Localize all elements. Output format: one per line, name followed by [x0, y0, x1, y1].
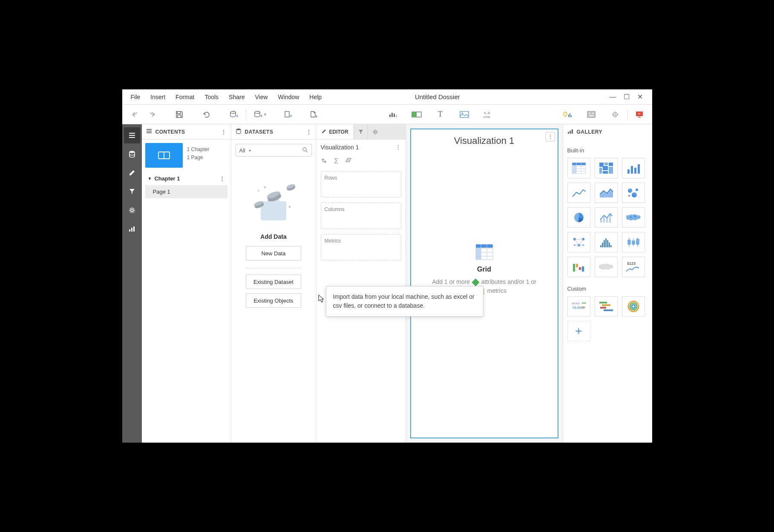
datasets-filter-dropdown[interactable]: All ▾: [236, 144, 312, 157]
svg-rect-12: [412, 112, 417, 117]
redo-button[interactable]: [144, 107, 160, 122]
add-data-button[interactable]: +: [226, 107, 242, 122]
svg-text:+: +: [290, 114, 292, 118]
undo-button[interactable]: [127, 107, 143, 122]
gallery-boxplot-viz[interactable]: [622, 232, 645, 252]
svg-line-107: [575, 239, 579, 245]
svg-rect-88: [638, 164, 640, 174]
swap-icon[interactable]: [321, 157, 328, 166]
svg-rect-114: [605, 238, 607, 247]
insights-button[interactable]: [560, 107, 575, 122]
gallery-add-custom-button[interactable]: +: [567, 321, 590, 341]
save-button[interactable]: [172, 107, 187, 122]
visualization-container[interactable]: ⋮ Visualization 1 Grid Add: [410, 129, 558, 438]
svg-point-54: [374, 131, 376, 133]
svg-rect-113: [604, 240, 605, 247]
contents-more-button[interactable]: ⋮: [221, 129, 227, 135]
minimize-button[interactable]: —: [608, 92, 618, 102]
collapse-panels-button[interactable]: [607, 107, 623, 122]
gallery-wordcloud-viz[interactable]: WORDCLOUD: [567, 296, 590, 317]
gallery-geomap-viz[interactable]: [622, 207, 645, 228]
gallery-esri-viz[interactable]: [595, 257, 618, 277]
rows-dropzone[interactable]: Rows: [321, 171, 401, 197]
menu-share[interactable]: Share: [224, 91, 250, 103]
nav-editor-button[interactable]: [124, 165, 140, 181]
viz-menu-button[interactable]: ⋮: [546, 132, 555, 141]
maximize-button[interactable]: ☐: [622, 92, 632, 102]
svg-rect-81: [599, 168, 602, 174]
svg-rect-9: [394, 114, 395, 117]
svg-rect-7: [389, 114, 391, 117]
presentation-button[interactable]: [632, 107, 647, 122]
gallery-waterfall-viz[interactable]: [567, 257, 590, 277]
insert-chart-button[interactable]: +: [385, 107, 400, 122]
gallery-pie-viz[interactable]: [567, 207, 590, 228]
existing-dataset-button[interactable]: Existing Dataset: [246, 275, 301, 289]
insert-image-button[interactable]: [457, 107, 472, 122]
svg-text:+: +: [315, 114, 317, 118]
svg-point-14: [461, 112, 463, 114]
insert-html-button[interactable]: < >HTML: [481, 107, 496, 122]
gallery-header-label: GALLERY: [577, 129, 602, 135]
nav-settings-button[interactable]: [124, 202, 140, 218]
gallery-gantt-viz[interactable]: [595, 296, 618, 317]
chapter-more-button[interactable]: ⋮: [219, 175, 225, 182]
search-icon[interactable]: [302, 147, 308, 154]
existing-objects-button[interactable]: Existing Objects: [246, 293, 301, 308]
gallery-area-viz[interactable]: [595, 183, 618, 203]
svg-rect-135: [600, 307, 606, 309]
gallery-combo-viz[interactable]: [595, 207, 618, 228]
insert-panel-button[interactable]: [409, 107, 424, 122]
gallery-bar-viz[interactable]: [622, 158, 645, 178]
database-icon: [236, 128, 242, 135]
gallery-histogram-viz[interactable]: [595, 232, 618, 252]
insert-text-button[interactable]: T: [433, 107, 448, 122]
gallery-bubble-viz[interactable]: [622, 183, 645, 203]
datasets-panel: DATASETS ⋮ All ▾: [231, 124, 317, 443]
refresh-button[interactable]: [199, 107, 214, 122]
close-button[interactable]: ✕: [635, 92, 645, 102]
editor-tab-format[interactable]: [368, 124, 383, 139]
svg-point-53: [289, 206, 291, 208]
nav-filter-button[interactable]: [124, 183, 140, 200]
new-data-button[interactable]: New Data: [246, 246, 301, 260]
gallery-network-viz[interactable]: [567, 232, 590, 252]
nav-datasets-button[interactable]: [124, 146, 140, 162]
menu-insert[interactable]: Insert: [145, 91, 170, 103]
gallery-line-viz[interactable]: [567, 183, 590, 203]
menu-file[interactable]: File: [126, 91, 146, 103]
svg-rect-82: [603, 166, 608, 170]
editor-tab-main[interactable]: EDITOR: [317, 124, 354, 139]
chapter-thumbnail[interactable]: [145, 143, 183, 168]
responsive-button[interactable]: [584, 107, 599, 122]
divider: [246, 268, 301, 269]
gallery-heatmap-viz[interactable]: [595, 158, 618, 178]
grid-icon: [475, 243, 494, 260]
metrics-dropzone[interactable]: Metrics: [321, 234, 401, 260]
new-page-button[interactable]: +: [306, 107, 321, 122]
gallery-grid-viz[interactable]: [567, 158, 590, 178]
contents-header: CONTENTS ⋮: [142, 124, 231, 140]
svg-rect-134: [602, 304, 610, 306]
gallery-ring-viz[interactable]: [622, 296, 645, 317]
svg-rect-8: [391, 113, 393, 117]
nav-contents-button[interactable]: [124, 127, 140, 143]
svg-rect-112: [602, 243, 603, 247]
gallery-kpi-viz[interactable]: $123: [622, 257, 645, 277]
menu-format[interactable]: Format: [170, 91, 199, 103]
svg-rect-4: [285, 112, 289, 117]
columns-dropzone[interactable]: Columns: [321, 203, 401, 229]
editor-tab-filter[interactable]: [354, 124, 368, 139]
new-chapter-button[interactable]: +: [280, 107, 296, 122]
svg-rect-26: [129, 133, 135, 134]
eraser-icon[interactable]: [345, 157, 352, 166]
chapter-row[interactable]: ▼ Chapter 1 ⋮: [145, 172, 227, 185]
menu-tools[interactable]: Tools: [199, 91, 224, 103]
data-dropdown-button[interactable]: +▾: [250, 107, 270, 122]
editor-viz-more-button[interactable]: ⋮: [395, 144, 401, 151]
svg-point-52: [264, 186, 266, 189]
nav-gallery-button[interactable]: [124, 221, 140, 237]
datasets-more-button[interactable]: ⋮: [306, 129, 312, 135]
sigma-icon[interactable]: Σ: [334, 157, 339, 166]
page-row[interactable]: Page 1: [145, 185, 227, 198]
